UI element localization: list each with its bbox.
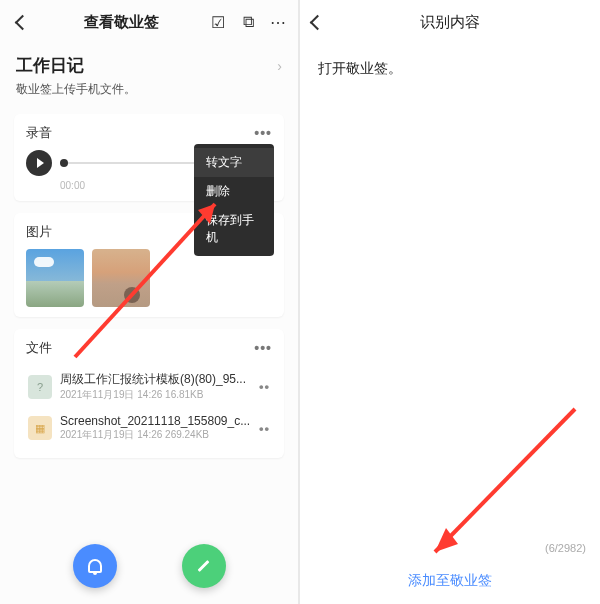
edit-fab[interactable] xyxy=(182,544,226,588)
file-meta: 2021年11月19日 14:26 269.24KB xyxy=(60,428,251,442)
file-meta: 2021年11月19日 14:26 16.81KB xyxy=(60,388,251,402)
right-screen: 识别内容 打开敬业签。 (6/2982) 添加至敬业签 xyxy=(300,0,600,604)
menu-save-to-phone[interactable]: 保存到手机 xyxy=(194,206,274,252)
left-topbar: 查看敬业签 ☑ ⧉ ⋯ xyxy=(0,0,298,44)
chevron-right-icon: › xyxy=(277,58,282,74)
menu-delete[interactable]: 删除 xyxy=(194,177,274,206)
topbar-actions: ☑ ⧉ ⋯ xyxy=(208,12,288,32)
file-texts: 周级工作汇报统计模板(8)(80)_95... 2021年11月19日 14:2… xyxy=(60,371,251,402)
add-to-jingyeqian-button[interactable]: 添加至敬业签 xyxy=(300,572,600,590)
play-icon xyxy=(37,158,44,168)
fab-row xyxy=(0,544,298,588)
audio-context-menu: 转文字 删除 保存到手机 xyxy=(194,144,274,256)
back-icon[interactable] xyxy=(10,17,34,28)
file-texts: Screenshot_20211118_155809_c... 2021年11月… xyxy=(60,414,251,442)
note-heading-row[interactable]: 工作日记 › xyxy=(0,44,298,81)
left-screen: 查看敬业签 ☑ ⧉ ⋯ 工作日记 › 敬业签上传手机文件。 录音 ••• 00:… xyxy=(0,0,300,604)
copy-icon[interactable]: ⧉ xyxy=(238,12,258,32)
image-thumbnails xyxy=(26,249,272,307)
thumbnail-2[interactable] xyxy=(92,249,150,307)
pen-icon xyxy=(197,559,211,573)
left-title: 查看敬业签 xyxy=(40,13,202,32)
audio-card-head: 录音 ••• xyxy=(26,124,272,142)
char-counter: (6/2982) xyxy=(545,542,586,554)
menu-to-text[interactable]: 转文字 xyxy=(194,148,274,177)
file-type-image-icon: ▦ xyxy=(28,416,52,440)
bell-icon xyxy=(88,559,102,573)
audio-progress-dot xyxy=(60,159,68,167)
right-topbar: 识别内容 xyxy=(300,0,600,44)
reminder-fab[interactable] xyxy=(73,544,117,588)
note-title: 工作日记 xyxy=(16,54,277,77)
right-title: 识别内容 xyxy=(334,13,566,32)
file-type-doc-icon: ? xyxy=(28,375,52,399)
file-card-head: 文件 ••• xyxy=(26,339,272,357)
back-icon[interactable] xyxy=(312,17,334,28)
file-card: 文件 ••• ? 周级工作汇报统计模板(8)(80)_95... 2021年11… xyxy=(14,329,284,458)
play-button[interactable] xyxy=(26,150,52,176)
thumbnail-1[interactable] xyxy=(26,249,84,307)
file-name: 周级工作汇报统计模板(8)(80)_95... xyxy=(60,371,251,388)
image-card-title: 图片 xyxy=(26,223,52,241)
recognized-text: 打开敬业签。 xyxy=(300,44,600,604)
more-icon[interactable]: ⋯ xyxy=(268,12,288,32)
checkbox-icon[interactable]: ☑ xyxy=(208,12,228,32)
note-subtitle: 敬业签上传手机文件。 xyxy=(0,81,298,108)
file-row-1[interactable]: ? 周级工作汇报统计模板(8)(80)_95... 2021年11月19日 14… xyxy=(26,365,272,408)
audio-card: 录音 ••• 00:00 转文字 删除 保存到手机 xyxy=(14,114,284,201)
audio-more-icon[interactable]: ••• xyxy=(254,125,272,141)
file-name: Screenshot_20211118_155809_c... xyxy=(60,414,251,428)
audio-card-title: 录音 xyxy=(26,124,52,142)
file-row-more-icon[interactable]: •• xyxy=(259,421,270,436)
file-row-more-icon[interactable]: •• xyxy=(259,379,270,394)
file-card-title: 文件 xyxy=(26,339,52,357)
file-more-icon[interactable]: ••• xyxy=(254,340,272,356)
file-row-2[interactable]: ▦ Screenshot_20211118_155809_c... 2021年1… xyxy=(26,408,272,448)
